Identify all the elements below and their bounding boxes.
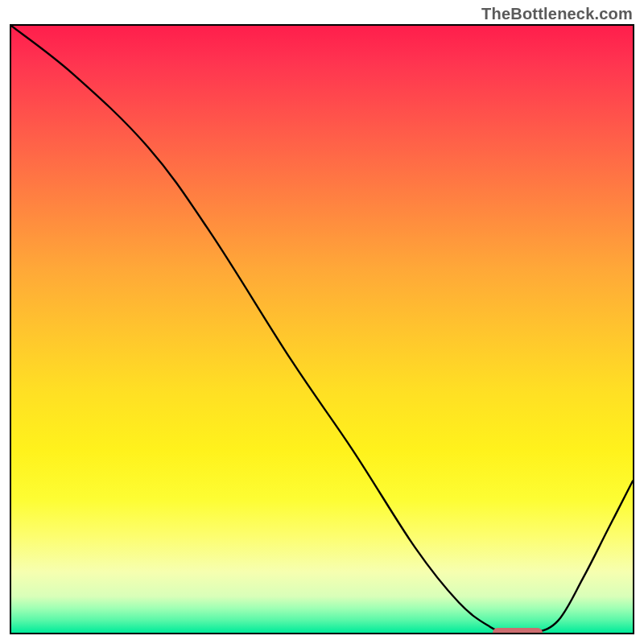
watermark-text: TheBottleneck.com: [481, 5, 633, 23]
chart-frame: [10, 24, 634, 634]
bottleneck-curve-line: [11, 26, 633, 633]
optimal-range-marker: [493, 628, 543, 634]
line-curve-svg: [11, 26, 633, 633]
